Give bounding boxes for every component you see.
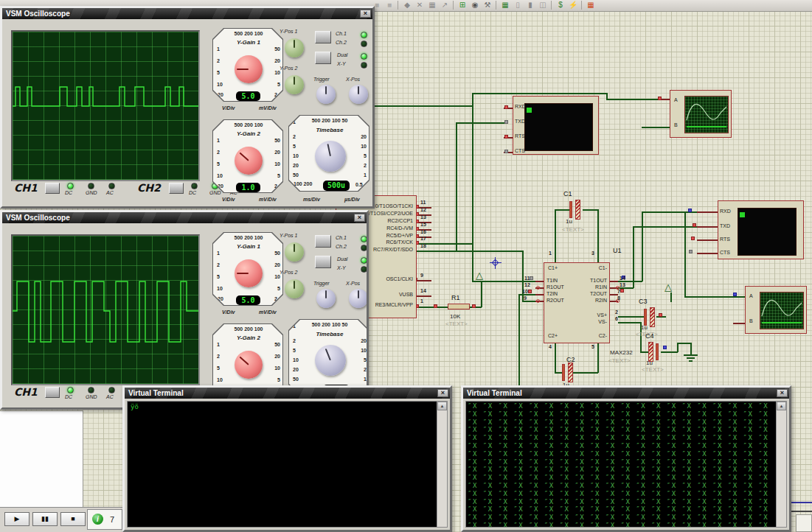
ic-pin-number: 3 [591,251,594,256]
gain2-knob[interactable] [235,147,263,175]
wire [633,226,698,228]
capacitor-plate[interactable] [644,309,647,326]
rotate-icon[interactable]: ◆ [401,0,413,10]
probe-icon[interactable]: ↗ [439,0,451,10]
netlist-icon[interactable]: ▦ [499,0,511,10]
pin-state-square [504,150,508,153]
xpos-knob[interactable] [349,85,368,104]
window-title: Virtual Terminal [128,389,184,397]
control-group: 500 200 100Y-Gain 1150220510105205.02 [212,232,283,306]
pin-state-square [620,289,624,293]
titlebar[interactable]: Virtual Terminal × [463,388,789,399]
label: R1OUT [546,284,564,290]
play-button[interactable]: ▶ [4,512,30,526]
pic-pin-number: 15 [420,222,426,228]
timebase-knob[interactable] [315,345,346,376]
wire [555,209,570,211]
scale-bottom-right: 2 [274,183,277,189]
label: R1IN [569,284,607,290]
pause-button[interactable]: ▮▮ [32,512,58,526]
wire [791,502,812,503]
scale-bottom-right: 2 [274,92,277,98]
stop-button[interactable]: ■ [60,512,86,526]
ch1-coupling-button[interactable] [45,387,60,398]
library-icon[interactable]: ◫ [537,0,549,10]
delete-icon[interactable]: ✕ [414,0,426,10]
scale-top: 500 200 100 50 [289,322,367,328]
label: T2OUT [569,291,607,297]
ypos1-knob[interactable] [285,38,304,57]
scrollbar[interactable]: ▲ [437,402,447,527]
ares-pcb-icon[interactable]: ▦ [585,0,597,10]
capacitor-plate[interactable] [562,364,565,381]
wire [684,354,698,356]
terminal-screen[interactable]: ÿö ▲ [127,401,448,528]
titlebar[interactable]: VSM Oscilloscope × [2,212,367,223]
wire [697,211,718,213]
titlebar[interactable]: Virtual Terminal × [125,388,450,399]
scale-right: 50 [213,251,280,256]
scroll-up-icon[interactable]: ▲ [777,402,786,410]
chip-gray-icon[interactable]: ▦ [426,0,438,10]
close-icon[interactable]: × [360,10,371,18]
wire [417,307,448,308]
capacitor-plate[interactable] [648,342,653,362]
ypos1-knob[interactable] [285,242,304,262]
capacitor-plate[interactable] [569,201,572,218]
ic-pin-number: 14 [620,276,625,281]
capacitor-plate[interactable] [656,343,659,360]
wire [481,281,482,307]
display-mode-button-1[interactable] [315,235,331,248]
electrical-check-icon[interactable]: ⚡ [567,0,579,10]
sheet-icon[interactable]: ▯ [512,0,524,10]
label: C1+ [548,265,558,271]
trigger-knob[interactable] [316,289,336,308]
close-icon[interactable]: × [437,389,448,397]
wire-autorouter-icon[interactable]: ⊞ [457,0,468,10]
knob-pointer [285,279,304,298]
terminal-screen[interactable]: ″X ″X ″X ″X ″X ″X ″X ″X ″X ″X ″X ″X ″X ″… [465,401,787,528]
close-icon[interactable]: × [354,214,365,222]
search-icon[interactable]: ◉ [469,0,481,10]
column-icon[interactable]: ▮ [524,0,536,10]
titlebar[interactable]: VSM Oscilloscope × [2,8,372,19]
capacitor-ref: C4 [645,332,654,340]
gain1-knob[interactable] [235,259,263,287]
capacitor-plate[interactable] [650,307,655,327]
toolbar-separator [398,1,398,10]
capacitor-plate[interactable] [568,363,573,382]
close-icon[interactable]: × [777,389,788,397]
trigger-knob[interactable] [316,85,336,104]
gain1-knob[interactable] [235,55,263,83]
capacitor-plate[interactable] [575,200,580,220]
wire [697,239,718,241]
ypos2-knob[interactable] [285,75,304,94]
resistor-r1[interactable] [448,304,470,309]
ypos2-label: Y-Pos 2 [280,66,297,71]
wire [472,93,473,281]
info-icon[interactable]: i [92,514,103,525]
ch2-coupling-button[interactable] [169,183,184,194]
bill-of-materials-icon[interactable]: $ [555,0,566,10]
terminal-component-screen [524,103,593,151]
ch1-coupling-button[interactable] [45,183,60,194]
scrollbar[interactable]: ▲ [776,402,786,527]
property-tool-icon[interactable]: ⚒ [482,0,493,10]
knob-pointer [285,242,304,262]
scale-top: 500 200 100 [213,31,284,37]
control-group: 1500 200 100 50Timebase22051010520250110… [288,319,367,396]
gain2-knob[interactable] [235,351,263,379]
display-mode-button-2[interactable] [315,256,331,268]
timebase-knob[interactable] [315,141,346,172]
ypos2-knob[interactable] [285,279,304,298]
xpos-knob[interactable] [349,289,367,308]
coupling-label: AC [106,190,114,196]
scroll-up-icon[interactable]: ▲ [437,402,447,410]
pic-pin-number: 17 [420,236,426,242]
display-mode-button-2[interactable] [315,52,331,64]
display-mode-button-1[interactable] [315,31,331,43]
block-b-icon[interactable]: ■ [384,0,395,10]
wire [535,281,544,282]
virtual-terminal-window-2: Virtual Terminal × ″X ″X ″X ″X ″X ″X ″X … [461,385,791,532]
wire [618,316,645,318]
